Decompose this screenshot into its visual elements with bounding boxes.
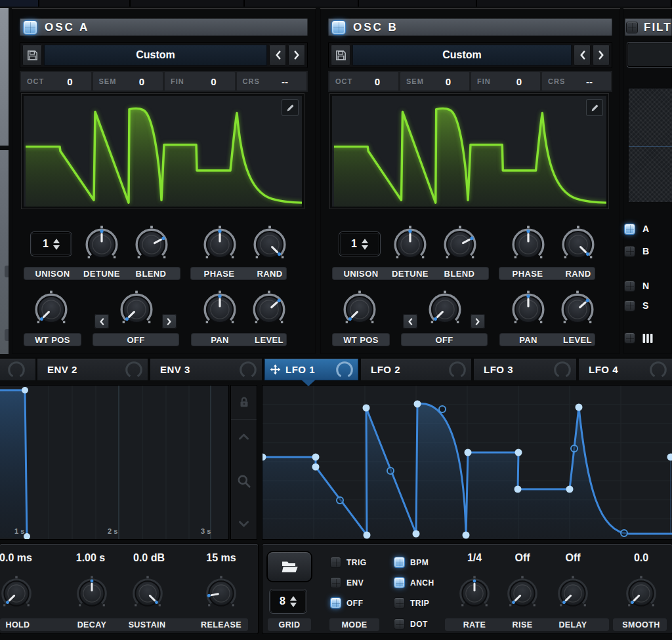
dot-checkbox[interactable] (394, 619, 404, 629)
off-checkbox[interactable] (331, 598, 341, 608)
filter-type-select[interactable] (627, 43, 672, 67)
trig-checkbox[interactable] (331, 557, 341, 567)
grid-stepper[interactable]: 8 (270, 590, 306, 612)
filter-enable-checkbox[interactable] (627, 22, 637, 33)
mod-drag-ring-icon[interactable] (335, 360, 354, 380)
osc-b-pan-knob[interactable] (509, 290, 547, 329)
osc-a-blend-knob[interactable] (133, 226, 171, 264)
top-strip-segment[interactable] (131, 0, 245, 7)
top-strip-segment[interactable] (0, 0, 39, 7)
preset-prev-button[interactable] (269, 45, 286, 66)
osc-a-unison-stepper[interactable]: 1 (32, 233, 71, 255)
osc-b-rand-knob[interactable] (559, 226, 597, 264)
smooth-label: SMOOTH (622, 620, 660, 630)
osc-b-wtpos-knob[interactable] (341, 290, 379, 329)
tab-env2[interactable]: ENV 2 (37, 359, 148, 380)
osc-a-phase-knob[interactable] (201, 226, 239, 264)
warp-prev-button[interactable] (403, 314, 417, 329)
keytrack-checkbox[interactable] (625, 333, 635, 343)
osc-b-preset-select[interactable]: Custom (352, 45, 572, 66)
mod-drag-ring-icon[interactable] (7, 360, 26, 380)
filter-response-display[interactable] (627, 87, 672, 203)
stepper-arrows-icon[interactable] (362, 239, 368, 250)
osc-b-blend-knob[interactable] (441, 226, 479, 264)
osc-b-detune-knob[interactable] (391, 226, 429, 264)
osc-b-unison-stepper[interactable]: 1 (340, 233, 379, 255)
mod-drag-ring-icon[interactable] (448, 360, 467, 380)
warp-next-button[interactable] (162, 314, 177, 329)
anch-checkbox[interactable] (394, 578, 404, 588)
mod-drag-ring-icon[interactable] (124, 360, 144, 380)
sustain-knob[interactable] (130, 576, 165, 611)
osc-b-wavetable-display[interactable] (330, 94, 608, 209)
tab-lfo1-selected[interactable]: LFO 1 (264, 359, 358, 380)
osc-a-wavetable-display[interactable] (22, 94, 304, 209)
release-knob[interactable] (203, 576, 239, 611)
save-button[interactable] (22, 45, 42, 66)
tab-lfo3[interactable]: LFO 3 (474, 359, 576, 380)
env-controls: 0.0 ms 1.00 s 0.0 dB 15 ms HOLD DECAY SU… (0, 544, 258, 633)
hold-knob[interactable] (0, 576, 34, 611)
stepper-arrows-icon[interactable] (53, 239, 60, 250)
preset-prev-button[interactable] (574, 45, 591, 66)
sem-control[interactable]: SEM0 (400, 72, 469, 90)
preset-next-button[interactable] (288, 45, 305, 66)
top-strip-segment[interactable] (477, 0, 672, 7)
osc-a-pan-knob[interactable] (201, 290, 239, 329)
wavetable-edit-button[interactable] (282, 99, 299, 116)
bpm-checkbox[interactable] (394, 557, 404, 567)
trip-checkbox[interactable] (394, 598, 404, 608)
warp-next-button[interactable] (471, 314, 485, 329)
osc-a-wtpos-knob[interactable] (32, 290, 70, 329)
rise-knob[interactable] (505, 576, 540, 611)
fin-control[interactable]: FIN0 (471, 72, 540, 90)
osc-b-enable-checkbox[interactable] (332, 21, 345, 34)
crs-control[interactable]: CRS-- (542, 72, 611, 90)
zoom-lock-button[interactable] (231, 386, 257, 420)
route-b-checkbox[interactable] (625, 247, 635, 256)
rate-knob[interactable] (457, 576, 492, 611)
smooth-knob[interactable] (623, 576, 659, 611)
wavetable-edit-button[interactable] (586, 99, 603, 116)
env-editor-display[interactable]: 1 s 2 s 3 s (0, 386, 228, 539)
save-button[interactable] (331, 45, 350, 66)
osc-a-rand-knob[interactable] (251, 226, 289, 264)
top-strip-segment[interactable] (245, 0, 359, 7)
osc-a-detune-knob[interactable] (83, 226, 121, 264)
lfo-editor-display[interactable] (262, 386, 672, 539)
top-strip-segment[interactable] (359, 0, 477, 7)
osc-b-level-knob[interactable] (558, 290, 597, 329)
stepper-arrows-icon[interactable] (290, 596, 297, 607)
mod-drag-ring-icon[interactable] (648, 360, 668, 380)
sem-control[interactable]: SEM0 (93, 72, 163, 90)
route-n-checkbox[interactable] (625, 281, 635, 291)
warp-prev-button[interactable] (94, 314, 109, 329)
tab-env1-partial[interactable] (0, 359, 35, 380)
fin-control[interactable]: FIN0 (165, 72, 235, 90)
oct-control[interactable]: OCT0 (21, 72, 91, 90)
top-strip-segment[interactable] (39, 0, 131, 7)
mod-drag-ring-icon[interactable] (238, 360, 258, 380)
route-s-checkbox[interactable] (625, 301, 635, 311)
mod-drag-ring-icon[interactable] (553, 360, 572, 380)
scroll-up-button[interactable] (231, 420, 257, 454)
preset-next-button[interactable] (593, 45, 610, 66)
zoom-display-button[interactable] (231, 454, 257, 509)
oct-control[interactable]: OCT0 (329, 72, 398, 90)
osc-a-enable-checkbox[interactable] (24, 21, 37, 34)
env-checkbox[interactable] (331, 578, 341, 588)
osc-a-preset-select[interactable]: Custom (44, 45, 267, 66)
decay-knob[interactable] (74, 576, 110, 611)
tab-lfo2[interactable]: LFO 2 (361, 359, 471, 380)
route-a-checkbox[interactable] (625, 224, 635, 234)
crs-control[interactable]: CRS-- (237, 72, 307, 90)
osc-a-level-knob[interactable] (250, 290, 288, 329)
osc-b-off-knob[interactable] (426, 290, 464, 329)
osc-b-phase-knob[interactable] (509, 226, 547, 264)
tab-env3[interactable]: ENV 3 (150, 359, 262, 380)
delay-knob[interactable] (555, 576, 591, 611)
tab-lfo4[interactable]: LFO 4 (579, 359, 672, 380)
osc-a-off-knob[interactable] (117, 290, 156, 329)
lfo-shape-menu-button[interactable] (268, 552, 311, 581)
scroll-down-button[interactable] (231, 509, 257, 539)
